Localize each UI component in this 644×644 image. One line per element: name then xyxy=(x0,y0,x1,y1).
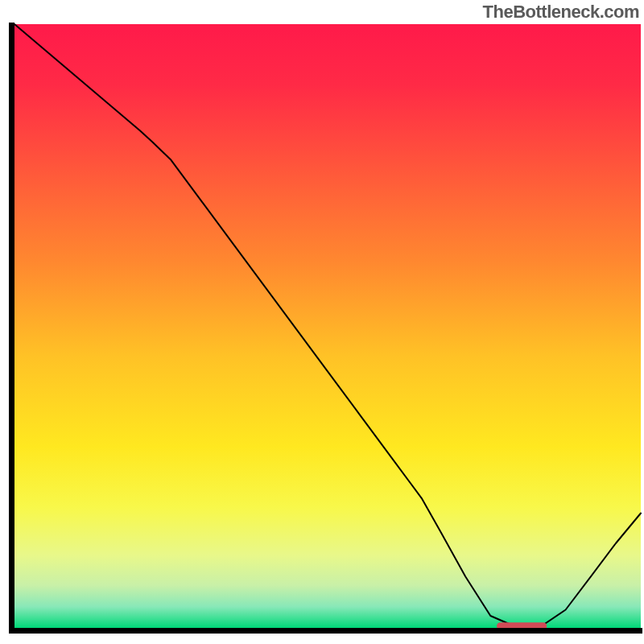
watermark-text: TheBottleneck.com xyxy=(483,2,639,23)
chart-container: TheBottleneck.com xyxy=(0,0,644,644)
svg-rect-0 xyxy=(9,23,14,634)
bottleneck-chart xyxy=(0,0,644,644)
svg-rect-1 xyxy=(9,628,642,634)
plot-background xyxy=(14,24,641,628)
